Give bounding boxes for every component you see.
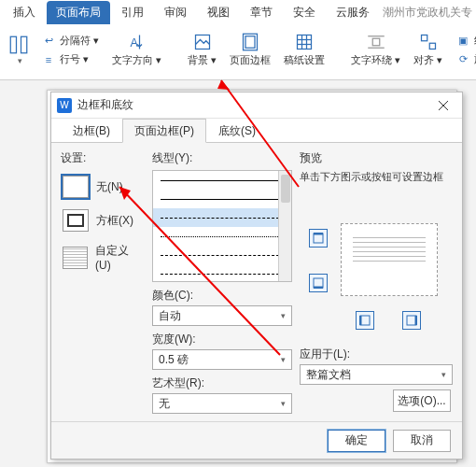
svg-rect-5: [245, 36, 255, 49]
columns-button[interactable]: ▾: [6, 34, 32, 67]
tab-review[interactable]: 审阅: [155, 1, 196, 24]
svg-rect-11: [372, 38, 380, 46]
tab-insert[interactable]: 插入: [4, 1, 45, 24]
dialog-title: 边框和底纹: [77, 97, 133, 113]
setting-box-label: 方框(X): [96, 213, 133, 229]
chevron-down-icon: ▾: [281, 355, 286, 364]
settings-label: 设置:: [61, 150, 145, 170]
align-label: 对齐 ▾: [413, 53, 442, 67]
page-border-label: 页面边框: [230, 53, 271, 67]
tab-page-border[interactable]: 页面边框(P): [122, 119, 206, 143]
svg-rect-1: [21, 36, 27, 53]
ribbon-tabs: 插入 页面布局 引用 审阅 视图 章节 安全 云服务 潮州市党政机关专: [0, 0, 476, 24]
group-button[interactable]: ▣组合 ▾: [452, 34, 476, 49]
chevron-down-icon: ▾: [441, 370, 446, 379]
applied-to-combo[interactable]: 整篇文档 ▾: [300, 364, 453, 385]
page-break-label: 分隔符 ▾: [60, 34, 99, 48]
background-label: 背景 ▾: [188, 53, 217, 67]
applied-to-value: 整篇文档: [306, 367, 351, 383]
group-icon: ▣: [455, 34, 470, 49]
chevron-down-icon: ▾: [281, 311, 286, 320]
page-border-button[interactable]: 页面边框: [226, 31, 274, 69]
color-combo[interactable]: 自动 ▾: [152, 305, 292, 326]
close-button[interactable]: [430, 95, 456, 116]
setting-custom-thumb: [63, 247, 88, 269]
tab-security[interactable]: 安全: [284, 1, 325, 24]
background-icon: [193, 33, 212, 51]
svg-rect-14: [421, 35, 427, 41]
tab-border[interactable]: 边框(B): [61, 119, 122, 142]
dialog-title-bar: W 边框和底纹: [51, 92, 462, 119]
text-direction-label: 文字方向 ▾: [112, 53, 161, 67]
setting-none[interactable]: 无(N): [61, 170, 145, 204]
edge-left-button[interactable]: [356, 311, 374, 330]
tab-view[interactable]: 视图: [198, 1, 239, 24]
linetype-label: 线型(Y):: [152, 150, 292, 170]
rotate-button[interactable]: ⟳旋转 ▾: [452, 52, 476, 67]
edge-bottom-button[interactable]: [309, 274, 328, 292]
dialog-tabs: 边框(B) 页面边框(P) 底纹(S): [51, 119, 462, 143]
grid-settings-label: 稿纸设置: [284, 53, 325, 67]
art-value: 无: [159, 396, 170, 412]
align-button[interactable]: 对齐 ▾: [410, 31, 446, 69]
edge-right-button[interactable]: [402, 311, 421, 330]
app-logo-icon: W: [57, 98, 72, 113]
text-direction-button[interactable]: A 文字方向 ▾: [108, 31, 165, 69]
linetype-scrollbar[interactable]: [278, 171, 291, 281]
text-wrap-button[interactable]: 文字环绕 ▾: [347, 31, 404, 69]
grid-settings-button[interactable]: 稿纸设置: [280, 31, 329, 69]
page-break-button[interactable]: ↩分隔符 ▾: [37, 34, 103, 49]
tab-shading[interactable]: 底纹(S): [206, 119, 268, 142]
rotate-icon: ⟳: [455, 52, 470, 67]
tab-references[interactable]: 引用: [112, 1, 153, 24]
setting-box[interactable]: 方框(X): [61, 204, 145, 237]
page-break-icon: ↩: [41, 34, 56, 49]
preview-page[interactable]: [341, 223, 438, 296]
applied-to-label: 应用于(L):: [300, 347, 453, 362]
tab-cloud[interactable]: 云服务: [327, 1, 379, 24]
page-border-icon: [241, 33, 259, 51]
text-direction-icon: A: [128, 33, 147, 51]
art-combo[interactable]: 无 ▾: [152, 393, 292, 414]
width-value: 0.5 磅: [159, 352, 189, 368]
align-icon: [419, 33, 438, 51]
width-label: 宽度(W):: [152, 332, 292, 347]
color-label: 颜色(C):: [152, 288, 292, 304]
width-combo[interactable]: 0.5 磅 ▾: [152, 349, 292, 370]
text-wrap-icon: [367, 33, 385, 51]
edge-top-button[interactable]: [309, 229, 328, 248]
svg-rect-6: [298, 35, 312, 50]
ok-button[interactable]: 确定: [328, 430, 385, 452]
setting-none-label: 无(N): [96, 179, 123, 195]
setting-box-thumb: [63, 209, 89, 232]
line-number-button[interactable]: ≡行号 ▾: [37, 52, 103, 67]
ribbon: ▾ ↩分隔符 ▾ ≡行号 ▾ A 文字方向 ▾ 背景 ▾ 页面边框 稿纸设置 文…: [0, 24, 476, 80]
chevron-down-icon: ▾: [18, 56, 22, 65]
cancel-button[interactable]: 取消: [393, 430, 451, 452]
tab-page-layout[interactable]: 页面布局: [47, 1, 110, 24]
color-value: 自动: [159, 308, 181, 324]
svg-text:A: A: [130, 36, 138, 50]
svg-rect-15: [429, 43, 435, 49]
background-button[interactable]: 背景 ▾: [184, 31, 220, 69]
columns-icon: [9, 35, 28, 54]
setting-none-thumb: [63, 176, 89, 198]
setting-custom[interactable]: 自定义(U): [61, 237, 145, 277]
linetype-list[interactable]: [152, 170, 292, 282]
options-button[interactable]: 选项(O)...: [393, 389, 451, 412]
grid-settings-icon: [295, 33, 314, 51]
preview-label: 预览: [300, 150, 453, 170]
line-number-label: 行号 ▾: [60, 52, 89, 66]
preview-hint: 单击下方图示或按钮可设置边框: [300, 170, 453, 184]
header-right-text: 潮州市党政机关专: [383, 5, 472, 21]
tab-chapter[interactable]: 章节: [241, 1, 282, 24]
chevron-down-icon: ▾: [281, 399, 286, 408]
dialog-footer: 确定 取消: [51, 421, 462, 459]
preview-box: [300, 190, 453, 330]
svg-rect-0: [10, 36, 16, 53]
text-wrap-label: 文字环绕 ▾: [351, 53, 400, 67]
line-number-icon: ≡: [41, 52, 56, 67]
border-shading-dialog: W 边框和底纹 边框(B) 页面边框(P) 底纹(S) 设置: 无(N) 方框(…: [50, 92, 463, 460]
setting-custom-label: 自定义(U): [95, 243, 143, 272]
art-label: 艺术型(R):: [152, 375, 292, 391]
